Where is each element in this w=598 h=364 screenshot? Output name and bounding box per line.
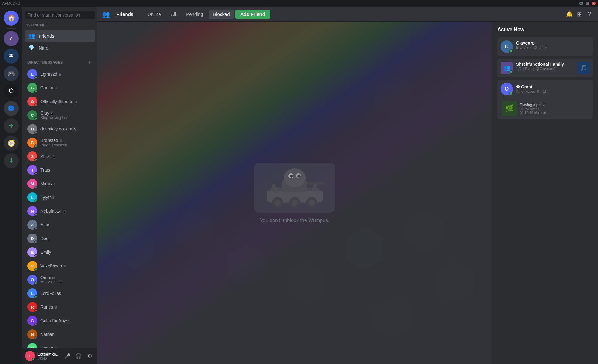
dm-avatar: T bbox=[27, 165, 37, 175]
tab-online[interactable]: Online bbox=[143, 10, 165, 19]
dm-name: Roach🖥 bbox=[40, 346, 92, 348]
wumpus-illustration bbox=[254, 163, 335, 213]
dm-name: VoxelVixen🖥 bbox=[40, 263, 92, 268]
dm-item[interactable]: B Brønsted🖥 Playing Valheim bbox=[25, 136, 95, 149]
main-content: 👥 Friends Online All Pending Blocked Add… bbox=[97, 7, 598, 364]
close-btn[interactable]: ✕ bbox=[592, 2, 596, 5]
status-dot bbox=[34, 309, 37, 312]
shrek-thumb: 🎵 bbox=[577, 62, 590, 74]
active-name-claycorp: Claycorp bbox=[516, 40, 590, 45]
status-dot bbox=[34, 213, 37, 216]
status-dot bbox=[34, 254, 37, 257]
dm-item[interactable]: A Alex bbox=[25, 218, 95, 232]
dm-item[interactable]: V VoxelVixen🖥 bbox=[25, 259, 95, 273]
add-server-button[interactable]: + bbox=[4, 118, 19, 133]
active-item-claycorp[interactable]: C Claycorp In a Voice Channel bbox=[497, 37, 593, 56]
server-icon-4[interactable]: ⬡ bbox=[4, 83, 19, 98]
server-icon-3[interactable]: 🎮 bbox=[4, 66, 19, 81]
content-area: You can't unblock the Wumpus. Active Now… bbox=[97, 22, 598, 364]
desktop-icon: 🖥 bbox=[54, 347, 57, 348]
desktop-icon: 🖥 bbox=[58, 73, 61, 76]
mobile-icon: 📱 bbox=[62, 210, 67, 213]
status-dot bbox=[34, 144, 37, 148]
dm-avatar: Z bbox=[27, 151, 37, 161]
active-avatar-claycorp: C bbox=[501, 40, 513, 53]
dm-info: Nebula314📱 bbox=[40, 209, 92, 214]
maximize-btn[interactable]: □ bbox=[586, 2, 589, 5]
dm-avatar: C bbox=[27, 83, 37, 93]
active-name-shrek: Shrekfunctional Family bbox=[516, 62, 574, 67]
dm-item[interactable]: C Cadiboo bbox=[25, 81, 95, 95]
dm-item[interactable]: N Nathan bbox=[25, 328, 95, 341]
dm-item[interactable]: E Emily bbox=[25, 245, 95, 259]
dm-name: Brønsted🖥 bbox=[40, 138, 92, 143]
dm-info: Cadiboo bbox=[40, 85, 92, 90]
dm-info: Doc bbox=[40, 236, 92, 241]
status-dot bbox=[34, 199, 37, 202]
dm-item[interactable]: D definitely not emily bbox=[25, 122, 95, 136]
dm-info: Roach🖥 bbox=[40, 346, 92, 348]
dm-item[interactable]: L Lgmrszd🖥 bbox=[25, 67, 95, 81]
tab-friends[interactable]: Friends bbox=[112, 10, 138, 19]
user-settings-button[interactable]: ⚙ bbox=[85, 351, 95, 361]
active-detail-shrek: "🎵 | Every @Claycorp" bbox=[516, 67, 574, 71]
dm-item[interactable]: O Omni🖥 ❤ 8.28.21 📱 bbox=[25, 273, 95, 286]
active-now-sidebar: Active Now C Claycorp In a Voice Channel bbox=[492, 22, 598, 364]
active-item-shrek[interactable]: 👥 Shrekfunctional Family "🎵 | Every @Cla… bbox=[497, 59, 593, 77]
dm-item[interactable]: R Roach🖥 bbox=[25, 341, 95, 348]
search-bar bbox=[22, 7, 97, 22]
desktop-icon: 🖥 bbox=[74, 100, 78, 104]
omni-game-thumb: 🌿 bbox=[502, 101, 517, 116]
server-icon-5[interactable]: 🔵 bbox=[4, 101, 19, 116]
dm-item[interactable]: R Runes🖥 bbox=[25, 300, 95, 314]
notification-button[interactable]: 🔔 bbox=[566, 11, 573, 18]
search-input[interactable] bbox=[25, 11, 95, 19]
dm-item[interactable]: C Clay📱 Stop looking here. bbox=[25, 108, 95, 122]
desktop-icon: 🖥 bbox=[51, 276, 55, 280]
friends-nav-item[interactable]: 👥 Friends bbox=[25, 30, 95, 42]
mute-button[interactable]: 🎤 bbox=[62, 351, 72, 361]
active-info-claycorp: Claycorp In a Voice Channel bbox=[516, 40, 590, 50]
dm-item[interactable]: L Lylythii bbox=[25, 191, 95, 204]
status-dot bbox=[34, 295, 37, 298]
current-user-avatar: L bbox=[25, 351, 35, 361]
dm-item[interactable]: Z ZLD1📱 bbox=[25, 149, 95, 163]
deafen-button[interactable]: 🎧 bbox=[74, 351, 83, 361]
blocked-center: You can't unblock the Wumpus. bbox=[254, 163, 335, 223]
dm-item[interactable]: L LordFokas bbox=[25, 286, 95, 300]
current-user-name: LxttleMxs... bbox=[37, 352, 60, 357]
dm-item[interactable]: N Nebula314📱 bbox=[25, 204, 95, 218]
window-controls: ─ □ ✕ bbox=[579, 2, 596, 5]
tab-blocked[interactable]: Blocked bbox=[209, 10, 234, 19]
explore-servers-button[interactable]: 🧭 bbox=[4, 136, 19, 151]
dm-item[interactable]: D Doc bbox=[25, 232, 95, 245]
user-panel-actions: 🎤 🎧 ⚙ bbox=[62, 351, 95, 361]
status-dot bbox=[34, 103, 37, 106]
dm-item[interactable]: G GirlInTheAbyss bbox=[25, 314, 95, 328]
server-icon-2[interactable]: 3D bbox=[4, 49, 19, 64]
home-button[interactable]: 🏠 bbox=[4, 11, 19, 26]
help-button[interactable]: ? bbox=[586, 11, 593, 18]
create-dm-button[interactable]: + bbox=[87, 60, 92, 65]
dm-item[interactable]: T Trais bbox=[25, 163, 95, 177]
dm-item[interactable]: O Officially Illiterate🖥 bbox=[25, 95, 95, 108]
tab-all[interactable]: All bbox=[167, 10, 181, 19]
minimize-btn[interactable]: ─ bbox=[579, 2, 583, 5]
dm-name: LordFokas bbox=[40, 291, 92, 296]
dm-name: ZLD1📱 bbox=[40, 154, 92, 159]
tab-pending[interactable]: Pending bbox=[182, 10, 207, 19]
friends-topbar-icon: 👥 bbox=[102, 11, 110, 18]
dm-name: Trais bbox=[40, 168, 92, 173]
layout-button[interactable]: ⊞ bbox=[576, 11, 583, 18]
dm-item[interactable]: M Mimirai bbox=[25, 177, 95, 191]
add-friend-button[interactable]: Add Friend bbox=[235, 10, 270, 19]
dm-avatar: R bbox=[27, 302, 37, 312]
status-dot bbox=[34, 117, 37, 120]
current-user-info: LxttleMxs... #8345 bbox=[37, 352, 60, 360]
active-item-omni[interactable]: O ✿ Omni All of Fabric 6 – 1h 🌿 Playing … bbox=[497, 80, 593, 119]
downloads-button[interactable]: ⬇ bbox=[4, 153, 19, 168]
dm-avatar: L bbox=[27, 288, 37, 298]
user-panel: L LxttleMxs... #8345 🎤 🎧 ⚙ bbox=[22, 348, 97, 364]
nitro-nav-item[interactable]: 💎 Nitro bbox=[25, 42, 95, 54]
server-icon-1[interactable]: A bbox=[4, 31, 19, 46]
